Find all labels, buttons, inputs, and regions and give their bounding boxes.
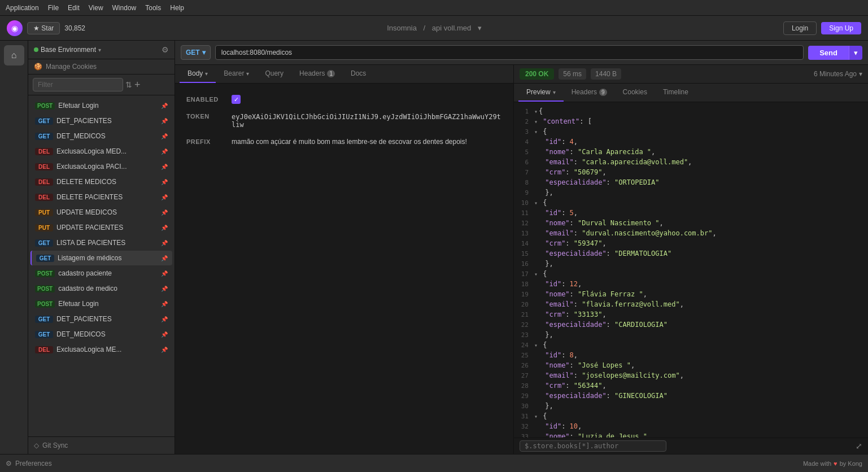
- main-layout: ⌂ Base Environment ▾ ⚙ 🍪 Manage Cookies …: [0, 41, 868, 454]
- menu-edit[interactable]: Edit: [68, 4, 80, 12]
- menu-tools[interactable]: Tools: [145, 4, 161, 12]
- fold-arrow-icon[interactable]: ▾: [534, 342, 538, 348]
- fold-arrow-icon[interactable]: ▾: [534, 413, 538, 419]
- line-content: ▾ {: [534, 128, 868, 137]
- response-tab-headers[interactable]: Headers9: [564, 84, 615, 102]
- git-icon: ◇: [34, 442, 39, 449]
- sidebar-item[interactable]: GET DET_PACIENTES 📌: [30, 312, 172, 326]
- cookie-icon: 🍪: [34, 63, 42, 71]
- sidebar-item[interactable]: DEL ExclusaoLogica ME... 📌: [30, 342, 172, 357]
- sidebar-item[interactable]: POST cadastro de medico 📌: [30, 281, 172, 296]
- tab-dropdown-icon: ▾: [553, 89, 556, 95]
- insomnia-logo: ◉: [7, 20, 23, 36]
- enabled-label: ENABLED: [186, 96, 232, 103]
- pin-icon: 📌: [161, 194, 168, 200]
- fold-arrow-icon[interactable]: ▾: [534, 108, 538, 115]
- manage-cookies-button[interactable]: 🍪 Manage Cookies: [28, 59, 175, 75]
- menu-file[interactable]: File: [48, 4, 59, 12]
- pin-icon: 📌: [161, 331, 168, 338]
- item-name: ExclusaoLogica ME...: [56, 346, 159, 353]
- sidebar-item[interactable]: GET Listagem de médicos 📌: [30, 251, 172, 265]
- sidebar-item[interactable]: DEL DELETE PACIENTES 📌: [30, 190, 172, 204]
- sidebar-item[interactable]: GET LISTA DE PACIENTES 📌: [30, 235, 172, 250]
- pin-icon: 📌: [161, 301, 168, 307]
- maximize-icon[interactable]: ⤢: [856, 442, 862, 451]
- item-name: Efetuar Login: [58, 300, 159, 308]
- menu-application[interactable]: Application: [6, 4, 39, 12]
- sidebar-item[interactable]: PUT UPDATE MEDICOS 📌: [30, 205, 172, 220]
- url-input[interactable]: [215, 45, 804, 60]
- json-line: 13 "email": "durval.nascimento@yahoo.com…: [514, 229, 868, 239]
- signup-button[interactable]: Sign Up: [821, 22, 861, 34]
- line-number: 3: [514, 128, 534, 137]
- sidebar-item[interactable]: GET DET_MEDICOS 📌: [30, 129, 172, 143]
- git-sync-label[interactable]: Git Sync: [42, 442, 68, 449]
- response-tab-timeline[interactable]: Timeline: [655, 84, 696, 102]
- sidebar-item[interactable]: GET DET_MEDICOS 📌: [30, 327, 172, 342]
- fold-arrow-icon[interactable]: ▾: [534, 119, 538, 125]
- response-tab-cookies[interactable]: Cookies: [615, 84, 655, 102]
- json-line: 29 "especialidade": "GINECOLOGIA": [514, 391, 868, 401]
- sidebar-item[interactable]: POST cadastro paciente 📌: [30, 266, 172, 281]
- prefix-label: PREFIX: [186, 138, 232, 145]
- menu-view[interactable]: View: [89, 4, 103, 12]
- login-button[interactable]: Login: [783, 21, 817, 35]
- sidebar-item[interactable]: POST Efetuar Login 📌: [30, 296, 172, 311]
- line-number: 28: [514, 382, 534, 391]
- menu-help[interactable]: Help: [170, 4, 184, 12]
- sidebar-item[interactable]: DEL ExclusaoLogica MED... 📌: [30, 144, 172, 159]
- method-badge: PUT: [35, 209, 53, 216]
- sort-icon[interactable]: ⇅: [125, 80, 132, 89]
- method-selector[interactable]: GET ▾: [181, 45, 211, 60]
- sidebar-gear-icon[interactable]: ⚙: [162, 45, 169, 54]
- main-content: GET ▾ Send ▾ Body▾Bearer▾QueryHeaders1Do…: [175, 41, 868, 454]
- line-number: 13: [514, 229, 534, 238]
- star-button[interactable]: ★ Star: [27, 22, 60, 34]
- env-name: Base Environment: [41, 46, 96, 54]
- request-tab-headers[interactable]: Headers1: [291, 65, 343, 83]
- line-content: "especialidade": "ORTOPEDIA": [534, 178, 868, 187]
- filter-input[interactable]: [33, 78, 123, 91]
- request-tab-docs[interactable]: Docs: [343, 65, 374, 83]
- method-badge: GET: [35, 239, 53, 247]
- made-with: Made with ♥ by Kong: [803, 460, 862, 467]
- enabled-checkbox[interactable]: ✓: [232, 95, 241, 104]
- json-line: 1 ▾{: [514, 107, 868, 117]
- fold-arrow-icon[interactable]: ▾: [534, 129, 538, 135]
- item-name: DET_MEDICOS: [56, 132, 159, 140]
- fold-arrow-icon[interactable]: ▾: [534, 271, 538, 277]
- sidebar-item[interactable]: DEL ExclusaoLogica PACI... 📌: [30, 159, 172, 174]
- pin-icon: 📌: [161, 240, 168, 246]
- line-number: 7: [514, 168, 534, 177]
- sidebar-item[interactable]: DEL DELETE MEDICOS 📌: [30, 174, 172, 189]
- environment-selector[interactable]: Base Environment ▾: [34, 46, 101, 54]
- request-tab-body[interactable]: Body▾: [180, 65, 216, 83]
- item-name: cadastro de medico: [58, 285, 159, 292]
- sidebar-item[interactable]: POST Efetuar Login 📌: [30, 98, 172, 113]
- line-number: 5: [514, 148, 534, 157]
- fold-arrow-icon[interactable]: ▾: [534, 200, 538, 206]
- json-line: 33 "nome": "Luzia de Jesus ",: [514, 432, 868, 438]
- jq-filter-input[interactable]: [520, 440, 666, 452]
- time-ago[interactable]: 6 Minutes Ago ▾: [814, 70, 862, 78]
- menu-window[interactable]: Window: [112, 4, 137, 12]
- add-request-icon[interactable]: +: [134, 79, 141, 91]
- preferences-button[interactable]: ⚙ Preferences: [6, 460, 52, 467]
- line-number: 24: [514, 341, 534, 350]
- json-line: 2 ▾ "content": [: [514, 117, 868, 127]
- nav-home[interactable]: ⌂: [4, 45, 24, 65]
- response-tab-preview[interactable]: Preview▾: [518, 84, 564, 102]
- line-content: "id": 8,: [534, 351, 868, 360]
- send-button[interactable]: Send: [808, 46, 849, 60]
- request-tab-bearer[interactable]: Bearer▾: [216, 65, 257, 83]
- item-name: ExclusaoLogica MED...: [56, 147, 159, 155]
- json-line: 20 "email": "flavia.ferraz@voll.med",: [514, 300, 868, 310]
- sidebar-item[interactable]: PUT UPDATE PACIENTES 📌: [30, 220, 172, 235]
- tab-badge: 1: [327, 70, 335, 77]
- json-line: 23 },: [514, 330, 868, 340]
- send-dropdown-button[interactable]: ▾: [849, 46, 862, 60]
- sidebar-item[interactable]: GET DET_PACIENTES 📌: [30, 113, 172, 128]
- line-content: ▾ {: [534, 199, 868, 208]
- request-tab-query[interactable]: Query: [257, 65, 291, 83]
- item-name: UPDATE PACIENTES: [56, 224, 159, 231]
